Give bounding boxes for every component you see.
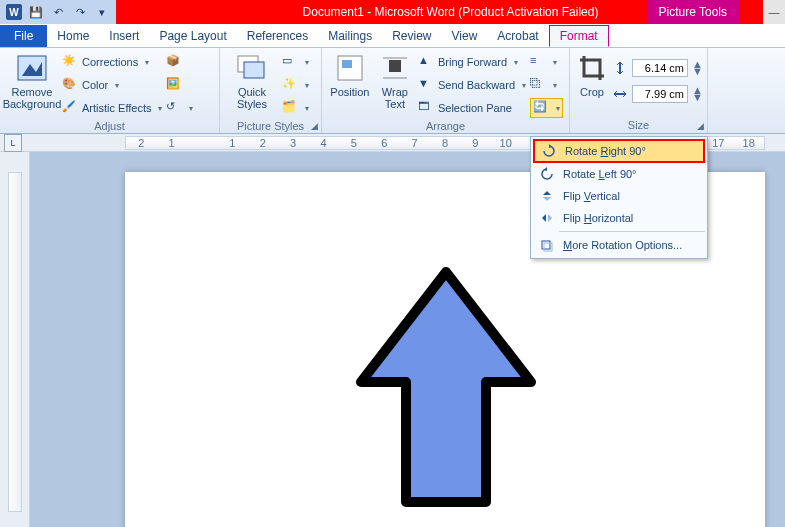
- reset-icon: ↺: [166, 100, 182, 116]
- tab-mailings[interactable]: Mailings: [318, 25, 382, 47]
- height-spinner[interactable]: ▲▼: [692, 61, 704, 75]
- more-rotation-icon: [539, 237, 555, 253]
- quick-styles-icon: [236, 52, 268, 84]
- compress-pictures-button[interactable]: 📦: [166, 52, 193, 72]
- flip-vertical-icon: [539, 188, 555, 204]
- flip-horizontal-icon: [539, 210, 555, 226]
- tab-home[interactable]: Home: [47, 25, 99, 47]
- more-rotation-options-item[interactable]: More Rotation Options...: [533, 234, 705, 256]
- flip-horizontal-item[interactable]: Flip Horizontal: [533, 207, 705, 229]
- width-input[interactable]: [632, 85, 688, 103]
- color-icon: 🎨: [62, 77, 78, 93]
- svg-rect-18: [542, 241, 550, 249]
- selection-pane-icon: 🗔: [418, 100, 434, 116]
- corrections-button[interactable]: ☀️ Corrections: [62, 52, 162, 72]
- tab-page-layout[interactable]: Page Layout: [149, 25, 236, 47]
- quick-access-toolbar: W 💾 ↶ ↷ ▾: [0, 0, 116, 24]
- word-app-icon: W: [6, 4, 22, 20]
- align-button[interactable]: ≡: [530, 52, 563, 72]
- quick-styles-button[interactable]: Quick Styles: [226, 50, 278, 110]
- wrap-text-icon: [379, 52, 411, 84]
- bring-forward-button[interactable]: ▲ Bring Forward: [418, 52, 526, 72]
- rotate-icon: 🔄: [533, 100, 549, 116]
- selection-pane-button[interactable]: 🗔 Selection Pane: [418, 98, 526, 118]
- rotate-left-90-item[interactable]: Rotate Left 90°: [533, 163, 705, 185]
- flip-vertical-item[interactable]: Flip Vertical: [533, 185, 705, 207]
- tab-review[interactable]: Review: [382, 25, 441, 47]
- tab-references[interactable]: References: [237, 25, 318, 47]
- width-spinner[interactable]: ▲▼: [692, 87, 704, 101]
- tab-format[interactable]: Format: [549, 25, 609, 47]
- wrap-text-button[interactable]: Wrap Text: [376, 50, 414, 110]
- rotate-right-90-item[interactable]: Rotate Right 90°: [533, 139, 705, 163]
- layout-icon: 🗂️: [282, 100, 298, 116]
- remove-background-button[interactable]: Remove Background: [6, 50, 58, 110]
- tab-selector[interactable]: L: [4, 134, 22, 152]
- svg-marker-14: [543, 191, 551, 195]
- tab-insert[interactable]: Insert: [99, 25, 149, 47]
- group-button[interactable]: ⿻: [530, 75, 563, 95]
- tab-view[interactable]: View: [442, 25, 488, 47]
- styles-dialog-launcher[interactable]: ◢: [311, 121, 318, 131]
- tab-acrobat[interactable]: Acrobat: [487, 25, 548, 47]
- corrections-icon: ☀️: [62, 54, 78, 70]
- bring-forward-icon: ▲: [418, 54, 434, 70]
- artistic-effects-icon: 🖌️: [62, 100, 78, 116]
- align-icon: ≡: [530, 54, 546, 70]
- redo-icon[interactable]: ↷: [72, 4, 88, 20]
- svg-marker-11: [361, 272, 531, 502]
- picture-effects-button[interactable]: ✨: [282, 75, 309, 95]
- height-icon: [612, 60, 628, 76]
- minimize-button[interactable]: —: [763, 0, 785, 24]
- position-button[interactable]: Position: [328, 50, 372, 98]
- artistic-effects-button[interactable]: 🖌️ Artistic Effects: [62, 98, 162, 118]
- remove-background-icon: [16, 52, 48, 84]
- effects-icon: ✨: [282, 77, 298, 93]
- size-dialog-launcher[interactable]: ◢: [697, 121, 704, 131]
- picture-layout-button[interactable]: 🗂️: [282, 98, 309, 118]
- position-icon: [334, 52, 366, 84]
- title-bar: W 💾 ↶ ↷ ▾ Document1 - Microsoft Word (Pr…: [0, 0, 785, 24]
- svg-marker-15: [543, 197, 551, 201]
- width-icon: [612, 86, 628, 102]
- border-icon: ▭: [282, 54, 298, 70]
- height-input[interactable]: [632, 59, 688, 77]
- save-icon[interactable]: 💾: [28, 4, 44, 20]
- send-backward-button[interactable]: ▼ Send Backward: [418, 75, 526, 95]
- undo-icon[interactable]: ↶: [50, 4, 66, 20]
- rotate-left-icon: [539, 166, 555, 182]
- ribbon-tabs: File Home Insert Page Layout References …: [0, 24, 785, 48]
- ribbon: Remove Background ☀️ Corrections 🎨 Color…: [0, 48, 785, 134]
- window-controls: —: [763, 0, 785, 24]
- vertical-ruler[interactable]: [0, 152, 30, 527]
- qat-customize-icon[interactable]: ▾: [94, 4, 110, 20]
- svg-rect-3: [244, 62, 264, 78]
- rotate-button[interactable]: 🔄: [530, 98, 563, 118]
- svg-rect-6: [389, 60, 401, 72]
- group-adjust: Remove Background ☀️ Corrections 🎨 Color…: [0, 48, 220, 133]
- file-tab[interactable]: File: [0, 25, 47, 47]
- group-arrange: Position Wrap Text ▲ Bring Forward ▼ Sen…: [322, 48, 570, 133]
- group-icon: ⿻: [530, 77, 546, 93]
- crop-icon: [576, 52, 608, 84]
- context-tab-title: Picture Tools: [647, 0, 739, 24]
- group-picture-styles: Quick Styles ▭ ✨ 🗂️ Picture Styles ◢: [220, 48, 322, 133]
- svg-rect-5: [342, 60, 352, 68]
- change-picture-button[interactable]: 🖼️: [166, 75, 193, 95]
- crop-button[interactable]: Crop: [576, 50, 608, 98]
- reset-picture-button[interactable]: ↺: [166, 98, 193, 118]
- svg-rect-19: [544, 243, 552, 251]
- rotate-menu: Rotate Right 90° Rotate Left 90° Flip Ve…: [530, 136, 708, 259]
- svg-marker-16: [542, 214, 546, 222]
- color-button[interactable]: 🎨 Color: [62, 75, 162, 95]
- send-backward-icon: ▼: [418, 77, 434, 93]
- rotate-right-icon: [541, 143, 557, 159]
- compress-icon: 📦: [166, 54, 182, 70]
- selected-picture-arrow[interactable]: [351, 262, 541, 515]
- svg-marker-17: [548, 214, 552, 222]
- picture-border-button[interactable]: ▭: [282, 52, 309, 72]
- group-size: Crop ▲▼ ▲▼ Size ◢: [570, 48, 708, 133]
- menu-separator: [559, 231, 705, 232]
- change-picture-icon: 🖼️: [166, 77, 182, 93]
